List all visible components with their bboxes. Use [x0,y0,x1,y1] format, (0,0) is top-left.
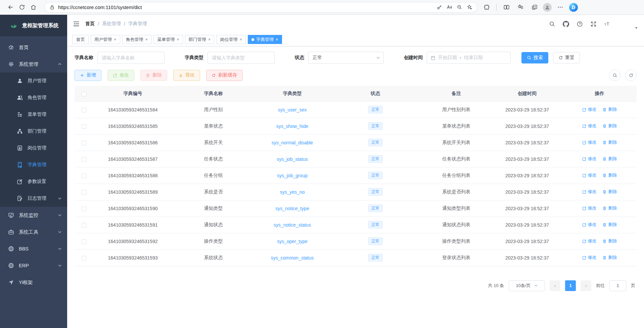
sidebar-item[interactable]: 字典管理 [0,156,67,173]
sidebar-item[interactable]: 参数设置 [0,173,67,190]
view-tab[interactable]: 岗位管理 × [216,35,246,44]
browser-home-button[interactable] [28,2,39,13]
row-edit-link[interactable]: 修改 [582,254,597,261]
sidebar-item[interactable]: 日志管理 [0,190,67,207]
current-page[interactable]: 1 [565,280,576,291]
browser-refresh-button[interactable] [16,2,28,13]
row-delete-link[interactable]: 删除 [602,156,617,162]
select-all-checkbox[interactable] [82,92,86,96]
prev-page-button[interactable]: ‹ [550,280,560,291]
split-screen-icon[interactable] [501,2,512,13]
view-tab[interactable]: 用户管理 × [91,35,120,44]
status-select[interactable]: 正常 [308,52,384,64]
row-delete-link[interactable]: 删除 [602,238,617,244]
fullscreen-icon[interactable] [590,21,597,27]
close-tab-icon[interactable]: × [177,37,179,42]
close-tab-icon[interactable]: × [114,37,117,42]
row-checkbox[interactable] [82,256,86,261]
refresh-table-button[interactable] [625,69,637,81]
github-icon[interactable] [563,21,569,27]
dict-type-link[interactable]: sys_notice_type [275,206,309,211]
font-size-icon[interactable]: TT [604,21,610,27]
address-bar[interactable]: https://ccnetcore.com:1101/system/dict [44,2,477,13]
sidebar-item[interactable]: 首页 [0,39,67,56]
browser-back-button[interactable] [5,2,16,13]
browser-profile-avatar[interactable] [543,3,552,12]
favorites-bar-icon[interactable] [515,2,526,13]
sidebar-item[interactable]: Yi框架 [0,274,67,291]
collapse-sidebar-icon[interactable] [73,20,80,28]
row-edit-link[interactable]: 修改 [582,222,597,228]
sidebar-item[interactable]: 系统监控 [0,207,67,224]
sidebar-item[interactable]: 菜单管理 [0,106,67,123]
dict-name-input[interactable] [97,52,165,64]
dict-type-link[interactable]: sys_user_sex [278,107,307,112]
delete-button[interactable]: 删除 [140,70,167,81]
close-tab-icon[interactable]: × [208,37,211,42]
dict-type-link[interactable]: sys_notice_status [274,222,311,228]
refresh-cache-button[interactable]: 刷新缓存 [206,70,242,81]
goto-page-input[interactable] [609,280,626,291]
view-tab[interactable]: 部门管理 × [185,35,215,44]
collections-icon[interactable] [529,2,540,13]
password-key-icon[interactable] [434,3,444,12]
help-icon[interactable] [577,21,583,27]
dict-type-link[interactable]: sys_normal_disable [272,140,313,145]
row-delete-link[interactable]: 删除 [602,123,617,129]
page-size-select[interactable]: 10条/页 [509,280,545,291]
header-search-icon[interactable] [549,21,555,27]
row-edit-link[interactable]: 修改 [582,106,597,112]
breadcrumb-home[interactable]: 首页 [85,21,95,27]
favorite-star-icon[interactable] [464,3,474,12]
sidebar-item[interactable]: 系统管理 [0,56,67,73]
row-checkbox[interactable] [82,190,86,195]
next-page-button[interactable]: › [581,280,591,291]
avatar-caret-icon[interactable] [635,25,638,28]
sidebar-item[interactable]: 角色管理 [0,89,67,106]
edit-button[interactable]: 修改 [107,70,134,81]
sidebar-item[interactable]: 部门管理 [0,123,67,140]
row-checkbox[interactable] [82,124,86,129]
sidebar-item[interactable]: 用户管理 [0,73,67,89]
sidebar-item[interactable]: BBS [0,240,67,257]
view-tab[interactable]: 菜单管理 × [153,35,183,44]
view-tab[interactable]: 角色管理 × [122,35,152,44]
sidebar-item[interactable]: ERP [0,257,67,274]
close-tab-icon[interactable]: × [239,37,242,42]
row-edit-link[interactable]: 修改 [582,172,597,178]
row-delete-link[interactable]: 删除 [602,139,617,145]
close-tab-icon[interactable]: × [145,37,148,42]
add-button[interactable]: 新增 [75,70,101,81]
row-delete-link[interactable]: 删除 [602,205,617,211]
row-checkbox[interactable] [82,239,86,244]
row-checkbox[interactable] [82,174,86,178]
row-delete-link[interactable]: 删除 [602,172,617,178]
zoom-out-icon[interactable] [454,3,464,12]
sidebar-item[interactable]: 岗位管理 [0,140,67,156]
read-aloud-icon[interactable] [444,3,454,12]
more-menu-icon[interactable] [554,2,566,13]
extensions-icon[interactable] [481,2,492,13]
row-edit-link[interactable]: 修改 [582,139,597,145]
row-checkbox[interactable] [82,141,86,145]
dict-type-link[interactable]: sys_job_group [277,173,308,178]
row-delete-link[interactable]: 删除 [602,254,617,261]
dict-type-link[interactable]: sys_common_status [271,255,314,261]
view-tab[interactable]: 首页 [73,35,89,44]
row-edit-link[interactable]: 修改 [582,123,597,129]
bing-copilot-icon[interactable]: b [568,2,579,12]
row-delete-link[interactable]: 删除 [602,106,617,112]
row-checkbox[interactable] [82,223,86,228]
row-edit-link[interactable]: 修改 [582,189,597,195]
dict-type-link[interactable]: sys_job_status [277,156,308,162]
export-button[interactable]: 导出 [173,70,200,81]
user-avatar[interactable] [618,17,631,31]
date-range-picker[interactable]: 开始日期 - 结束日期 [427,52,511,64]
dict-type-input[interactable] [208,52,275,64]
reset-button[interactable]: 重置 [553,52,580,63]
row-checkbox[interactable] [82,206,86,211]
row-checkbox[interactable] [82,157,86,162]
view-tab[interactable]: 字典管理 × [248,35,282,44]
row-edit-link[interactable]: 修改 [582,205,597,211]
sidebar-item[interactable]: 系统工具 [0,224,67,240]
